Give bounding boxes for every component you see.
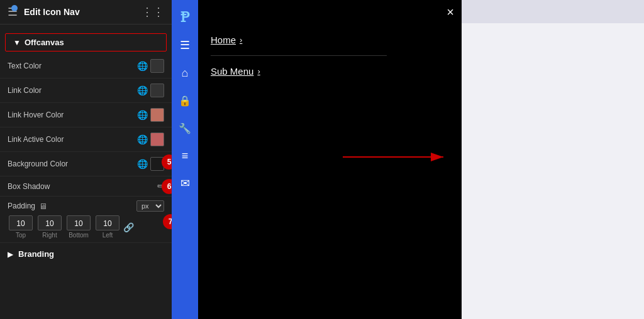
padding-bottom-box: 10 Bottom bbox=[65, 215, 92, 239]
sidebar-home-icon[interactable]: ⌂ bbox=[174, 62, 196, 84]
padding-bottom-label: Bottom bbox=[69, 232, 89, 239]
branding-arrow: ▶ bbox=[8, 250, 13, 259]
link-hover-color-row: Link Hover Color 🌐 bbox=[0, 103, 172, 127]
panel-title: Edit Icon Nav bbox=[24, 7, 142, 17]
nav-submenu-label: Sub Menu bbox=[211, 66, 253, 77]
link-active-color-row: Link Active Color 🌐 bbox=[0, 127, 172, 152]
globe-icon-bg[interactable]: 🌐 bbox=[137, 159, 148, 169]
link-active-color-label: Link Active Color bbox=[8, 135, 137, 144]
link-color-swatch[interactable] bbox=[150, 84, 164, 97]
branding-label: Branding bbox=[18, 249, 54, 259]
left-panel: ☰ Edit Icon Nav ⋮⋮ ▼ Offcanvas Text Colo… bbox=[0, 0, 172, 319]
text-color-controls: 🌐 bbox=[137, 59, 164, 73]
padding-top-box: 10 Top bbox=[8, 215, 34, 239]
nav-item-submenu[interactable]: Sub Menu › bbox=[211, 66, 449, 77]
panel-content: ▼ Offcanvas Text Color 🌐 Link Color 🌐 Li… bbox=[0, 24, 172, 319]
offcanvas-arrow: ▼ bbox=[13, 38, 21, 47]
link-icon[interactable]: 🔗 bbox=[123, 222, 134, 232]
close-button[interactable]: × bbox=[447, 5, 454, 19]
icon-sidebar: Ᵽ ☰ ⌂ 🔒 🔧 ≡ ✉ bbox=[172, 0, 198, 319]
padding-left-value[interactable]: 10 bbox=[96, 215, 119, 230]
globe-icon-active[interactable]: 🌐 bbox=[137, 134, 148, 144]
link-color-label: Link Color bbox=[8, 86, 137, 95]
padding-right-box: 10 Right bbox=[36, 215, 63, 239]
padding-right-label: Right bbox=[42, 232, 57, 239]
offcanvas-section-header[interactable]: ▼ Offcanvas bbox=[5, 33, 167, 51]
grid-icon[interactable]: ⋮⋮ bbox=[142, 5, 164, 19]
link-hover-color-controls: 🌐 bbox=[137, 108, 164, 122]
background-color-label: Background Color bbox=[8, 160, 137, 168]
nav-item-home[interactable]: Home › bbox=[211, 35, 449, 45]
nav-submenu-chevron: › bbox=[257, 67, 260, 76]
padding-inputs: 10 Top 10 Right 10 Bottom 10 Left 🔗 bbox=[8, 215, 164, 239]
padding-top-value[interactable]: 10 bbox=[9, 215, 33, 230]
padding-bottom-value[interactable]: 10 bbox=[67, 215, 91, 230]
link-color-controls: 🌐 bbox=[137, 84, 164, 97]
nav-divider bbox=[211, 55, 387, 56]
padding-section: Padding 🖥 px em % 10 Top 10 Right bbox=[0, 197, 172, 243]
sidebar-wrench-icon[interactable]: 🔧 bbox=[174, 117, 196, 139]
sidebar-mail-icon[interactable]: ✉ bbox=[174, 172, 196, 195]
padding-right-value[interactable]: 10 bbox=[38, 215, 62, 230]
link-color-row: Link Color 🌐 bbox=[0, 78, 172, 103]
sidebar-brand-icon[interactable]: Ᵽ bbox=[174, 6, 196, 29]
branding-section-header[interactable]: ▶ Branding bbox=[0, 243, 172, 265]
text-color-label: Text Color bbox=[8, 62, 137, 70]
globe-icon-link[interactable]: 🌐 bbox=[137, 85, 148, 95]
preview-nav: Home › Sub Menu › bbox=[198, 24, 462, 97]
nav-home-label: Home bbox=[211, 35, 236, 45]
sidebar-lock-icon[interactable]: 🔒 bbox=[174, 89, 196, 112]
header-bar: ☰ Edit Icon Nav ⋮⋮ bbox=[0, 0, 172, 24]
padding-label: Padding bbox=[8, 202, 35, 210]
badge-6: 6 bbox=[162, 179, 172, 194]
blue-dot bbox=[11, 5, 18, 11]
sidebar-menu-icon[interactable]: ☰ bbox=[174, 34, 196, 57]
box-shadow-row: Box Shadow ✏ 6 bbox=[0, 176, 172, 197]
padding-top-label: Top bbox=[16, 232, 26, 239]
offcanvas-label: Offcanvas bbox=[25, 38, 64, 47]
link-hover-color-swatch[interactable] bbox=[150, 108, 164, 122]
badge-7: 7 bbox=[163, 214, 172, 229]
sidebar-document-icon[interactable]: ≡ bbox=[174, 144, 196, 167]
text-color-swatch[interactable] bbox=[150, 59, 164, 73]
background-color-row: Background Color 🌐 5 bbox=[0, 152, 172, 176]
right-pane bbox=[462, 0, 644, 319]
globe-icon-hover[interactable]: 🌐 bbox=[137, 110, 148, 120]
right-pane-bar bbox=[462, 0, 644, 23]
link-active-color-swatch[interactable] bbox=[150, 132, 164, 146]
monitor-icon[interactable]: 🖥 bbox=[39, 202, 47, 211]
link-hover-color-label: Link Hover Color bbox=[8, 111, 137, 119]
preview-area: × Home › Sub Menu › bbox=[198, 0, 462, 319]
padding-left-box: 10 Left bbox=[94, 215, 121, 239]
padding-unit-select[interactable]: px em % bbox=[136, 200, 164, 212]
nav-home-chevron: › bbox=[240, 35, 242, 45]
background-color-controls: 🌐 bbox=[137, 157, 164, 171]
preview-toolbar: × bbox=[198, 0, 462, 24]
globe-icon-text[interactable]: 🌐 bbox=[137, 61, 148, 71]
link-active-color-controls: 🌐 bbox=[137, 132, 164, 146]
box-shadow-label: Box Shadow bbox=[8, 182, 157, 191]
arrow-annotation bbox=[343, 144, 469, 182]
padding-left-label: Left bbox=[103, 232, 113, 239]
text-color-row: Text Color 🌐 bbox=[0, 54, 172, 78]
